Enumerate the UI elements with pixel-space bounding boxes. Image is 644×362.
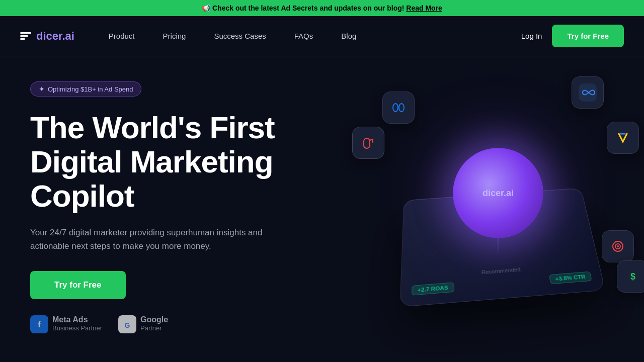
meta-app-icon (382, 92, 415, 124)
nav-try-free-button[interactable]: Try for Free (552, 25, 624, 47)
hero-badge: ✦ Optimizing $1B+ in Ad Spend (30, 81, 141, 97)
svg-rect-8 (614, 129, 632, 147)
google-icon-svg (614, 129, 632, 147)
meta-partner-name: Meta Ads (52, 315, 102, 324)
svg-rect-7 (579, 83, 597, 102)
hero-content: ✦ Optimizing $1B+ in Ad Spend The World'… (30, 76, 312, 333)
platform-container: $ +2.7 ROAS +3.8% CTR Recommended dicer.… (342, 61, 644, 343)
google-partner-subtitle: Partner (140, 324, 168, 333)
hero-visual: $ +2.7 ROAS +3.8% CTR Recommended dicer.… (342, 61, 644, 343)
login-button[interactable]: Log In (521, 32, 542, 40)
google-partner-info: Google Partner (140, 315, 168, 333)
logo-text: dicer.ai (36, 30, 74, 43)
nav-product[interactable]: Product (95, 16, 149, 56)
nav-pricing[interactable]: Pricing (149, 16, 200, 56)
nav-blog[interactable]: Blog (327, 16, 370, 56)
svg-text:$: $ (630, 272, 635, 282)
hero-title: The World's First Digital Marketing Copi… (30, 111, 312, 214)
logo[interactable]: dicer.ai (20, 30, 74, 43)
svg-text:G: G (125, 321, 130, 329)
google-partner: G Google Partner (118, 315, 168, 333)
ctr-stat: +3.8% CTR (549, 272, 592, 285)
meta-logo-icon: f (30, 315, 48, 333)
hero-section: ✦ Optimizing $1B+ in Ad Spend The World'… (0, 56, 644, 358)
logo-icon (20, 32, 31, 40)
hero-try-free-button[interactable]: Try for Free (30, 271, 126, 299)
orb-text: dicer.ai (482, 188, 514, 199)
dollar-icon-svg: $ (624, 267, 642, 286)
target-app-icon (602, 230, 634, 262)
svg-text:f: f (38, 320, 41, 328)
google-app-icon (607, 122, 639, 154)
svg-point-14 (617, 245, 619, 247)
meta-partner: f Meta Ads Business Partner (30, 315, 102, 333)
google-partner-name: Google (140, 315, 168, 324)
center-orb: dicer.ai (453, 148, 543, 238)
meta-icon-svg (389, 99, 408, 117)
recommendation-label: Recommended (481, 266, 521, 275)
google-logo-icon: G (118, 315, 136, 333)
dollar-app-icon: $ (617, 260, 644, 293)
announcement-bar: 📢 Check out the latest Ad Secrets and up… (0, 0, 644, 16)
svg-rect-9 (359, 134, 377, 152)
tiktok-icon-svg (359, 134, 377, 152)
infinity-app-icon (572, 76, 604, 109)
badge-sparkle-icon: ✦ (39, 85, 45, 93)
target-icon-svg (609, 237, 627, 255)
partners-section: f Meta Ads Business Partner G Google Par (30, 315, 312, 333)
meta-partner-subtitle: Business Partner (52, 324, 102, 333)
roas-stat: +2.7 ROAS (412, 282, 454, 295)
nav-faqs[interactable]: FAQs (280, 16, 328, 56)
hero-subtitle: Your 24/7 digital marketer providing sup… (30, 226, 272, 253)
navbar: dicer.ai Product Pricing Success Cases F… (0, 16, 644, 56)
nav-actions: Log In Try for Free (521, 25, 624, 47)
tiktok-app-icon (352, 127, 384, 159)
nav-links: Product Pricing Success Cases FAQs Blog (95, 16, 521, 56)
infinity-icon-svg (579, 83, 597, 102)
announcement-link[interactable]: Read More (406, 4, 442, 12)
meta-partner-info: Meta Ads Business Partner (52, 315, 102, 333)
nav-success-cases[interactable]: Success Cases (200, 16, 280, 56)
badge-text: Optimizing $1B+ in Ad Spend (48, 85, 133, 93)
announcement-text: 📢 Check out the latest Ad Secrets and up… (202, 4, 404, 12)
